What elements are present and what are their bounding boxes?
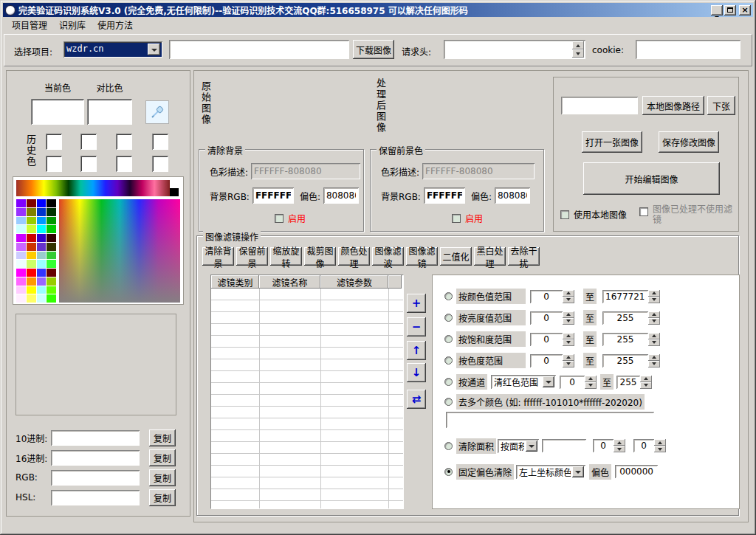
palette-swatch[interactable] xyxy=(37,208,47,216)
palette-swatch[interactable] xyxy=(16,277,26,286)
next-image-button[interactable]: 下张 xyxy=(707,96,735,115)
copy-button[interactable]: 复制 xyxy=(149,489,176,506)
add-filter-button[interactable]: + xyxy=(407,294,426,313)
save-image-button[interactable]: 保存修改图像 xyxy=(659,131,719,153)
palette-swatch[interactable] xyxy=(27,243,36,251)
local-path-button[interactable]: 本地图像路径 xyxy=(642,96,704,115)
color-field-input[interactable] xyxy=(51,430,140,446)
clear-area-radio[interactable] xyxy=(444,442,453,450)
saturation-range-radio[interactable] xyxy=(444,335,453,343)
channel-to-spinner[interactable] xyxy=(640,376,652,389)
fixed-offset-color-input[interactable] xyxy=(615,465,658,478)
palette-swatch[interactable] xyxy=(37,277,47,286)
palette-swatch[interactable] xyxy=(37,269,47,277)
palette-swatch[interactable] xyxy=(47,225,56,233)
fixed-offset-radio[interactable] xyxy=(444,468,453,476)
color-field-input[interactable] xyxy=(51,490,140,505)
move-down-button[interactable]: ↓ xyxy=(407,363,426,382)
request-header-spinner[interactable] xyxy=(572,41,584,58)
hue-bar[interactable] xyxy=(16,180,170,196)
chevron-down-icon[interactable] xyxy=(148,44,160,55)
close-button[interactable]: × xyxy=(739,5,751,15)
palette-swatch[interactable] xyxy=(27,277,36,286)
saturation-gradient[interactable] xyxy=(59,199,180,303)
palette-swatch[interactable] xyxy=(16,243,26,251)
palette-swatch[interactable] xyxy=(27,225,36,233)
color-value-range-radio[interactable] xyxy=(444,292,453,300)
palette-swatch[interactable] xyxy=(47,199,56,207)
saturation-range-from-spinner[interactable] xyxy=(563,333,574,346)
keepfg-rgb-input[interactable] xyxy=(424,187,465,204)
chroma-range-radio[interactable] xyxy=(444,356,453,365)
filter-op-button[interactable]: 保留前景 xyxy=(236,247,268,266)
palette-swatch[interactable] xyxy=(47,217,56,225)
palette-swatch[interactable] xyxy=(37,217,47,225)
palette-swatch[interactable] xyxy=(37,199,47,207)
filter-op-button[interactable]: 缩放旋转 xyxy=(270,247,302,266)
palette-swatch[interactable] xyxy=(47,243,56,251)
chevron-down-icon[interactable] xyxy=(543,376,554,387)
multi-color-radio[interactable] xyxy=(444,398,453,406)
clear-area-value1-spinner[interactable] xyxy=(614,439,625,452)
palette-swatch[interactable] xyxy=(47,234,56,242)
filter-op-button[interactable]: 黑白处理 xyxy=(474,247,506,266)
menu-item-library[interactable]: 识别库 xyxy=(53,17,92,32)
fixed-offset-select[interactable]: 左上坐标颜色 xyxy=(516,465,585,479)
menu-item-project[interactable]: 项目管理 xyxy=(6,17,53,32)
palette-swatch[interactable] xyxy=(27,199,36,207)
minimize-button[interactable]: _ xyxy=(711,5,723,15)
chroma-range-from-input[interactable] xyxy=(530,354,563,367)
chevron-down-icon[interactable] xyxy=(526,441,537,452)
palette-swatch[interactable] xyxy=(37,294,47,303)
filter-op-button[interactable]: 图像滤波 xyxy=(372,247,404,266)
eyedropper-button[interactable] xyxy=(145,100,169,124)
palette-swatch[interactable] xyxy=(47,286,56,294)
palette-swatch[interactable] xyxy=(47,260,56,268)
filter-table-header-cell[interactable]: 滤镜类别 xyxy=(211,275,259,289)
palette-swatch[interactable] xyxy=(37,234,47,242)
color-value-range-from-input[interactable] xyxy=(530,290,563,303)
palette-swatch[interactable] xyxy=(47,277,56,286)
history-color-swatch[interactable] xyxy=(80,134,97,150)
open-image-button[interactable]: 打开一张图像 xyxy=(582,131,642,153)
palette-swatch[interactable] xyxy=(37,260,47,268)
request-header-input[interactable] xyxy=(444,40,571,59)
clear-area-value2-spinner[interactable] xyxy=(654,439,666,452)
palette-swatch[interactable] xyxy=(16,252,26,260)
clearbg-enable-checkbox[interactable] xyxy=(275,214,284,223)
history-color-swatch[interactable] xyxy=(152,134,168,150)
brightness-range-from-input[interactable] xyxy=(530,311,563,325)
palette-swatch[interactable] xyxy=(16,260,26,268)
history-color-swatch[interactable] xyxy=(152,156,168,172)
filter-table-body[interactable] xyxy=(211,289,403,508)
filter-op-button[interactable]: 裁剪图像 xyxy=(304,247,336,266)
channel-radio[interactable] xyxy=(444,378,453,386)
move-up-button[interactable]: ↑ xyxy=(407,341,426,360)
filter-table-header-cell[interactable]: 滤镜参数 xyxy=(320,275,388,289)
palette-swatch[interactable] xyxy=(16,286,26,294)
local-path-input[interactable] xyxy=(561,97,638,114)
copy-button[interactable]: 复制 xyxy=(149,449,176,466)
palette-swatch[interactable] xyxy=(16,208,26,216)
keepfg-offset-input[interactable] xyxy=(495,187,530,204)
clearbg-offset-input[interactable] xyxy=(323,187,359,204)
channel-to-input[interactable] xyxy=(616,376,640,389)
project-select[interactable]: wzdr.cn xyxy=(63,41,162,58)
filter-op-button[interactable]: 清除背景 xyxy=(202,247,234,266)
clear-area-value2-input[interactable] xyxy=(633,439,654,452)
filter-table-header-cell[interactable]: 滤镜名称 xyxy=(259,275,320,289)
palette-swatch[interactable] xyxy=(27,217,36,225)
palette-swatch[interactable] xyxy=(37,243,47,251)
palette-swatch[interactable] xyxy=(16,225,26,233)
history-color-swatch[interactable] xyxy=(46,134,62,150)
chevron-down-icon[interactable] xyxy=(572,466,584,477)
palette-swatch[interactable] xyxy=(37,252,47,260)
palette-swatch[interactable] xyxy=(16,199,26,207)
brightness-range-radio[interactable] xyxy=(444,314,453,322)
saturation-range-to-spinner[interactable] xyxy=(648,333,660,346)
palette-swatch[interactable] xyxy=(47,208,56,216)
palette-swatch[interactable] xyxy=(16,294,26,303)
palette-swatch[interactable] xyxy=(47,269,56,277)
menu-item-help[interactable]: 使用方法 xyxy=(92,17,139,32)
brightness-range-to-input[interactable] xyxy=(602,311,648,325)
